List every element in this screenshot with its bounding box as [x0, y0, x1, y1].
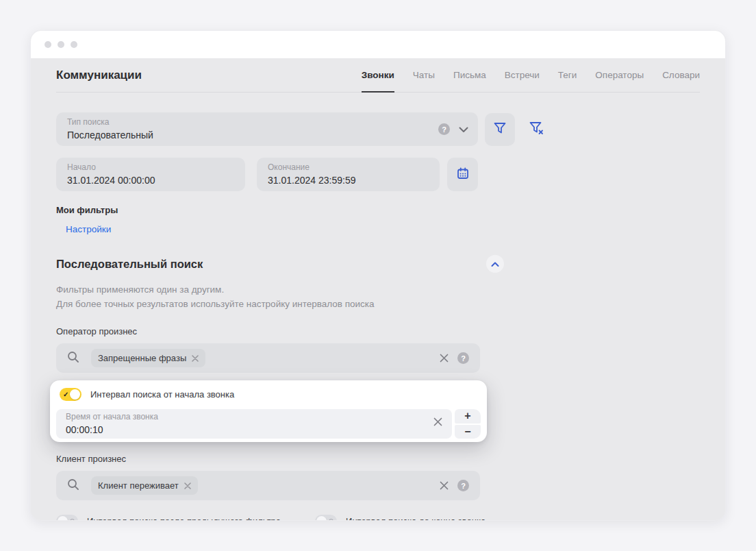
window-dot-icon[interactable]: [58, 41, 64, 48]
search-icon: [67, 351, 79, 366]
check-icon: ✓: [63, 390, 68, 399]
calendar-button[interactable]: [447, 158, 478, 191]
tab-chats[interactable]: Чаты: [413, 58, 435, 93]
collapse-section-button[interactable]: [486, 255, 504, 273]
interval-start-toggle-label: Интервал поиска от начала звонка: [90, 389, 234, 400]
clear-input-icon[interactable]: [440, 481, 449, 490]
ring-icon: [329, 519, 333, 521]
chip-remove-icon[interactable]: [192, 355, 199, 362]
chevron-up-icon: [491, 258, 499, 270]
tab-bar: Звонки Чаты Письма Встречи Теги Оператор…: [362, 58, 700, 92]
settings-link[interactable]: Настройки: [66, 224, 111, 234]
time-from-start-input[interactable]: Время от начала звонка 00:00:10: [56, 409, 452, 439]
section-title: Последовательный поиск: [56, 258, 203, 271]
interval-after-previous-label: Интервал поиска после предыдущего фильтр…: [87, 516, 281, 521]
interval-start-toggle[interactable]: ✓: [60, 388, 81, 401]
date-start-field[interactable]: Начало 31.01.2024 00:00:00: [56, 158, 245, 191]
increment-button[interactable]: +: [455, 409, 481, 424]
search-type-label: Тип поиска: [67, 117, 467, 127]
clear-input-icon[interactable]: [440, 354, 449, 363]
app-window: Коммуникации Звонки Чаты Письма Встречи …: [30, 30, 726, 521]
tab-letters[interactable]: Письма: [453, 58, 486, 93]
window-dot-icon[interactable]: [71, 41, 77, 48]
operator-phrases-input[interactable]: Запрещенные фразы ?: [56, 343, 480, 373]
my-filters-label: Мои фильтры: [56, 205, 700, 215]
section-description-line1: Фильтры применяются один за другим.: [56, 282, 700, 297]
phrase-chip[interactable]: Клиент переживает: [91, 476, 198, 495]
interval-to-call-end-label: Интервал поиска до конца звонка: [346, 516, 486, 521]
tab-meetings[interactable]: Встречи: [505, 58, 540, 93]
help-icon[interactable]: ?: [457, 480, 469, 491]
date-start-value: 31.01.2024 00:00:00: [67, 175, 234, 186]
tab-tags[interactable]: Теги: [558, 58, 577, 93]
tab-operators[interactable]: Операторы: [595, 58, 644, 93]
page-header: Коммуникации Звонки Чаты Письма Встречи …: [56, 58, 700, 93]
decrement-button[interactable]: −: [455, 425, 481, 439]
calendar-icon: [456, 167, 470, 183]
interval-to-call-end-toggle[interactable]: [315, 515, 337, 521]
chip-label: Клиент переживает: [98, 480, 179, 491]
chip-label: Запрещенные фразы: [98, 353, 186, 363]
operator-block-label: Оператор произнес: [56, 326, 700, 336]
ring-icon: [70, 519, 75, 521]
search-icon: [67, 478, 79, 493]
tab-calls[interactable]: Звонки: [362, 58, 394, 93]
date-start-label: Начало: [67, 162, 234, 172]
search-type-select[interactable]: Тип поиска Последовательный ?: [56, 112, 478, 146]
time-field-value: 00:00:10: [66, 424, 442, 436]
funnel-clear-icon: [529, 121, 545, 138]
time-field-label: Время от начала звонка: [66, 412, 442, 421]
phrase-chip[interactable]: Запрещенные фразы: [91, 349, 205, 367]
client-block-label: Клиент произнес: [56, 454, 700, 464]
search-type-value: Последовательный: [67, 130, 467, 141]
toggle-knob: [70, 389, 80, 400]
chip-remove-icon[interactable]: [184, 482, 191, 489]
filter-button[interactable]: [485, 113, 515, 146]
client-phrases-input[interactable]: Клиент переживает ?: [56, 471, 480, 500]
tab-dictionaries[interactable]: Словари: [662, 58, 700, 93]
date-end-label: Окончание: [268, 162, 429, 172]
interval-after-previous-toggle[interactable]: [56, 515, 78, 521]
section-description-line2: Для более точных результатов используйте…: [56, 297, 700, 311]
chevron-down-icon: [459, 123, 468, 136]
help-icon[interactable]: ?: [457, 352, 469, 364]
page-title: Коммуникации: [56, 69, 142, 82]
funnel-icon: [493, 121, 507, 138]
date-end-value: 31.01.2024 23:59:59: [268, 175, 429, 186]
date-end-field[interactable]: Окончание 31.01.2024 23:59:59: [257, 158, 440, 191]
clear-time-icon[interactable]: [433, 417, 442, 426]
section-description: Фильтры применяются один за другим. Для …: [56, 282, 700, 311]
window-dot-icon[interactable]: [45, 41, 51, 48]
toggle-knob: [58, 516, 68, 521]
help-icon[interactable]: ?: [438, 123, 450, 135]
interval-spotlight-panel: ✓ Интервал поиска от начала звонка Время…: [50, 380, 487, 442]
time-stepper: + −: [455, 409, 481, 439]
window-titlebar: [31, 31, 725, 58]
clear-filters-button[interactable]: [529, 121, 545, 138]
toggle-knob: [316, 516, 327, 521]
